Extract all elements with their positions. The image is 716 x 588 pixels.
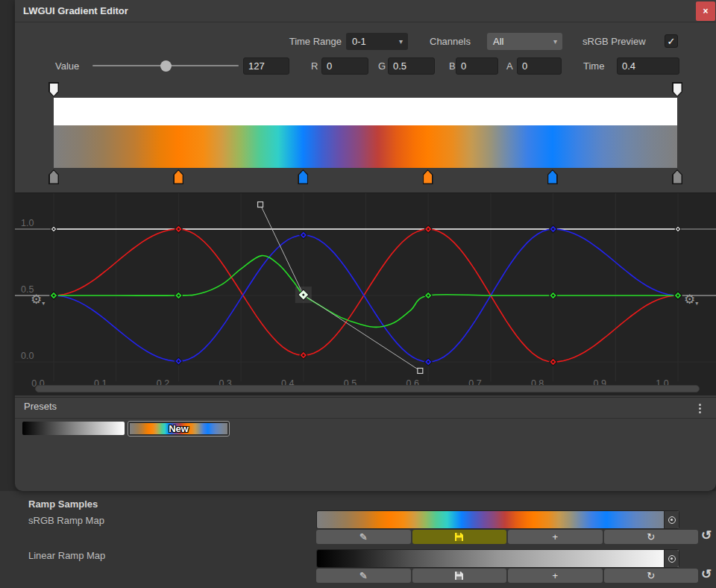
window-title: LWGUI Gradient Editor <box>23 5 128 16</box>
undo-linear-button[interactable]: ↺ <box>701 568 712 581</box>
edit-ramp-button[interactable]: ✎ <box>316 569 411 583</box>
alpha-curve-key[interactable] <box>51 226 57 232</box>
pencil-icon: ✎ <box>359 570 368 581</box>
preset-swatch-new[interactable]: New <box>128 421 230 437</box>
srgb-ramp-object-field[interactable] <box>316 510 679 529</box>
object-picker-button[interactable] <box>664 511 679 528</box>
a-input[interactable] <box>517 57 562 75</box>
color-key-marker[interactable] <box>423 169 433 184</box>
chevron-down-icon: ▾ <box>553 33 557 50</box>
curve-editor[interactable]: 0.00.10.20.30.40.50.60.70.80.91.01.00.50… <box>15 193 716 395</box>
plus-icon: + <box>552 570 558 581</box>
gear-icon: ⚙ <box>31 293 42 307</box>
chevron-down-icon: ▾ <box>399 33 403 50</box>
channels-value: All <box>493 36 503 47</box>
floppy-icon <box>454 532 464 542</box>
gradient-preview-strip[interactable] <box>54 125 677 168</box>
add-ramp-button[interactable]: + <box>508 569 603 583</box>
blue-curve-key[interactable] <box>550 225 557 233</box>
object-picker-icon <box>668 516 676 524</box>
slider-knob[interactable] <box>160 60 172 72</box>
value-slider[interactable] <box>91 57 240 75</box>
b-input[interactable] <box>456 57 498 75</box>
preset-swatch-grayscale[interactable] <box>22 422 125 435</box>
ramp-samples-header: Ramp Samples <box>28 498 98 510</box>
tangent-handle[interactable] <box>418 368 423 373</box>
preset-name-label: New <box>128 422 229 436</box>
screen: Ramp Samples sRGB Ramp Map ✎ + ↻ ↺ Linea… <box>0 0 716 588</box>
object-picker-icon <box>668 555 676 563</box>
alpha-key-marker[interactable] <box>672 82 682 97</box>
red-curve-key[interactable] <box>300 351 307 359</box>
red-curve-key[interactable] <box>175 225 182 233</box>
color-markers-row <box>54 169 677 185</box>
time-range-dropdown[interactable]: 0-1 ▾ <box>346 33 408 50</box>
g-input[interactable] <box>388 57 435 75</box>
presets-title: Presets <box>24 401 57 412</box>
green-curve-key[interactable] <box>674 292 682 299</box>
tangent-handle[interactable] <box>258 202 263 207</box>
green-curve-key[interactable] <box>424 292 432 299</box>
color-key-marker[interactable] <box>48 169 59 184</box>
refresh-ramp-button[interactable]: ↻ <box>604 569 699 583</box>
save-ramp-button[interactable] <box>412 569 507 583</box>
srgb-ramp-map-label: sRGB Ramp Map <box>28 515 104 526</box>
color-key-marker[interactable] <box>547 169 558 184</box>
undo-icon: ↺ <box>701 528 712 542</box>
linear-ramp-object-field[interactable] <box>316 549 679 568</box>
chevron-down-icon: ▾ <box>695 300 698 307</box>
value-label: Value <box>55 57 79 75</box>
blue-curve-key[interactable] <box>300 231 307 239</box>
edit-ramp-button[interactable]: ✎ <box>316 530 411 544</box>
gear-icon: ⚙ <box>684 293 695 307</box>
green-curve-key[interactable] <box>50 292 57 299</box>
object-picker-button[interactable] <box>664 550 679 567</box>
srgb-preview-checkbox[interactable]: ✓ <box>665 34 678 48</box>
green-curve-key[interactable] <box>175 292 182 299</box>
left-gear-menu[interactable]: ⚙▾ <box>31 293 45 311</box>
horizontal-scrollbar[interactable] <box>35 385 700 392</box>
blue-curve-key[interactable] <box>175 357 182 365</box>
alpha-key-marker[interactable] <box>48 82 59 97</box>
svg-text:0.0: 0.0 <box>21 351 34 361</box>
chevron-down-icon: ▾ <box>42 300 45 307</box>
srgb-ramp-preview <box>317 511 679 528</box>
green-curve-key[interactable] <box>550 292 557 299</box>
undo-icon: ↺ <box>701 567 712 581</box>
pencil-icon: ✎ <box>359 531 368 542</box>
red-curve-key[interactable] <box>424 225 432 233</box>
srgb-preview-label: sRGB Preview <box>582 33 646 50</box>
alpha-curve-key[interactable] <box>675 226 681 232</box>
time-input[interactable] <box>617 57 679 75</box>
blue-curve-key[interactable] <box>424 358 432 366</box>
floppy-icon <box>454 571 464 581</box>
save-ramp-button[interactable] <box>412 530 507 544</box>
linear-ramp-map-label: Linear Ramp Map <box>28 550 105 561</box>
value-input[interactable] <box>243 57 289 75</box>
close-button[interactable]: × <box>696 1 715 21</box>
refresh-icon: ↻ <box>647 570 655 581</box>
right-gear-menu[interactable]: ⚙▾ <box>684 293 698 311</box>
refresh-ramp-button[interactable]: ↻ <box>604 530 699 544</box>
kebab-menu-icon[interactable] <box>694 402 705 414</box>
svg-text:1.0: 1.0 <box>21 218 34 228</box>
red-curve-key[interactable] <box>550 358 557 366</box>
channels-dropdown[interactable]: All ▾ <box>487 33 562 50</box>
color-key-marker[interactable] <box>672 169 682 184</box>
color-key-marker[interactable] <box>173 169 183 184</box>
add-ramp-button[interactable]: + <box>508 530 603 544</box>
color-key-marker[interactable] <box>298 169 308 184</box>
close-icon: × <box>703 6 708 16</box>
plus-icon: + <box>552 531 558 542</box>
r-input[interactable] <box>321 57 368 75</box>
curve-canvas[interactable]: 0.00.10.20.30.40.50.60.70.80.91.01.00.50… <box>15 193 716 396</box>
a-label: A <box>506 57 513 75</box>
alpha-markers-row <box>54 82 677 98</box>
alpha-preview-strip[interactable] <box>54 98 677 125</box>
b-label: B <box>449 57 456 75</box>
g-label: G <box>378 57 386 75</box>
linear-ramp-preview <box>317 550 679 567</box>
r-label: R <box>311 57 318 75</box>
checkmark-icon: ✓ <box>668 36 676 47</box>
undo-srgb-button[interactable]: ↺ <box>701 529 712 542</box>
